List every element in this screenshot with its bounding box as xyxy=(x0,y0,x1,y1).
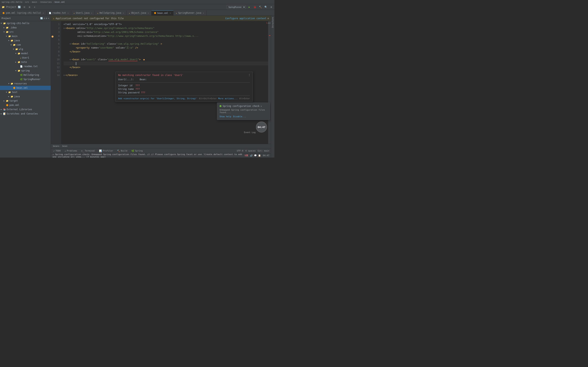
tree-idea[interactable]: ▶ 📁 .idea xyxy=(0,25,51,30)
hellospring-tab-close[interactable]: ✕ xyxy=(123,12,124,14)
java-folder-icon: 📁 xyxy=(11,39,13,42)
tab-beanxml[interactable]: 🔶 bean.xml ✕ xyxy=(152,10,173,16)
sidebar-close-icon[interactable]: ✕ xyxy=(48,17,49,20)
springrunner-tab-close[interactable]: ✕ xyxy=(203,12,204,14)
tooltip-more-shortcut: Alt+Enter xyxy=(239,98,250,100)
warning-text: Application context not configured for t… xyxy=(56,17,224,20)
tooltip-menu-icon[interactable]: ⋮ xyxy=(248,73,251,76)
object-tab-close[interactable]: ✕ xyxy=(148,12,149,14)
configure-link[interactable]: Configure application context xyxy=(225,17,266,20)
tree-test[interactable]: ▼ 📁 test xyxy=(0,90,51,94)
note-icon: 📁 xyxy=(18,61,20,63)
pom-tab-close[interactable]: ✕ xyxy=(43,12,44,14)
tab-bar: 🔶 pom.xml (spring-ch1-hello) ✕ 📄 readme.… xyxy=(0,10,274,16)
sidebar-refresh-icon[interactable]: 🔄 xyxy=(40,17,43,20)
testjava-label: java xyxy=(14,95,20,98)
tree-extlibs[interactable]: ▶ 📚 External Libraries xyxy=(0,107,51,112)
tree-resources[interactable]: ▼ 📁 resources xyxy=(0,81,51,86)
build-tool[interactable]: 🔨 Build xyxy=(116,149,128,153)
encoding-label[interactable]: UTF-8 xyxy=(237,150,243,152)
readmetxt-icon: 📄 xyxy=(20,65,23,68)
git-label[interactable]: Git: main xyxy=(258,150,269,152)
error-stripe xyxy=(269,35,270,36)
readme-tab-close[interactable]: ✕ xyxy=(67,12,69,14)
spring-notif-actions: Show help Disable... xyxy=(219,115,267,118)
spring-expand-icon[interactable]: ∨ xyxy=(261,105,262,107)
tree-hellospring[interactable]: ▶ 🌿 HelloSpring xyxy=(0,73,51,77)
tooltip-action-area: Add <constructor-arg>(s) for 'User1(Inte… xyxy=(118,97,250,100)
testjava-arrow: ▶ xyxy=(8,96,11,98)
tab-pom[interactable]: 🔶 pom.xml (spring-ch1-hello) ✕ xyxy=(0,10,46,16)
extlibs-label: External Libraries xyxy=(7,108,32,111)
tree-scratches[interactable]: ▶ 📝 Scratches and Consoles xyxy=(0,112,51,116)
tree-user1[interactable]: ▶ ☕ User1 xyxy=(0,56,51,60)
com-arrow: ▼ xyxy=(11,44,13,46)
tree-springrunner[interactable]: ▶ 🌿 SpringRunner xyxy=(0,77,51,81)
tab-object[interactable]: ☕ Object.java ✕ xyxy=(126,10,151,16)
collapse-icon[interactable]: ⊟ xyxy=(23,5,26,9)
status-bar-right: S英 🔊 💬 📋 04:47 xyxy=(245,154,269,157)
code-line-11[interactable] xyxy=(63,61,268,65)
fold-arrow-14[interactable]: ▼ xyxy=(63,74,65,76)
hellospring-tab-label: HelloSpring.java xyxy=(100,12,121,14)
fold-arrow-10[interactable]: ▼ xyxy=(69,58,71,61)
event-log-button[interactable]: Event Log xyxy=(244,131,256,134)
beanxml-tab-close[interactable]: ✕ xyxy=(170,12,171,14)
build-button[interactable]: 🔨 xyxy=(258,5,262,9)
tree-model[interactable]: ▼ 📁 model xyxy=(0,51,51,56)
breadcrumb-beans[interactable]: beans xyxy=(53,145,59,147)
spring-tool[interactable]: 🌿 Spring xyxy=(130,149,144,153)
fold-arrow-6[interactable]: ▼ xyxy=(69,43,71,45)
tree-pomxml[interactable]: ▶ 🔶 pom.xml xyxy=(0,103,51,107)
sidebar-settings-icon[interactable]: ⚙ xyxy=(46,17,47,20)
tab-readme[interactable]: 📄 readme.txt ✕ xyxy=(46,10,71,16)
tree-spring[interactable]: ▼ 📁 spring xyxy=(0,68,51,73)
nav-down-icon[interactable]: ∨ xyxy=(269,22,270,24)
tooltip-action-link[interactable]: Add <constructor-arg>(s) for 'User1(Inte… xyxy=(118,97,197,100)
structure-label[interactable]: Structure xyxy=(272,17,274,28)
debug-button[interactable]: 🐞 xyxy=(253,5,257,9)
show-help-link[interactable]: Show help xyxy=(219,115,231,118)
tree-wlg[interactable]: ▼ 📁 wlg xyxy=(0,47,51,51)
indent-label[interactable]: 4 spaces xyxy=(245,150,256,152)
user1-tab-close[interactable]: ✕ xyxy=(91,12,92,14)
problems-tool[interactable]: ⚠ Problems xyxy=(64,149,78,153)
tab-hellospring[interactable]: ☕ HelloSpring.java ✕ xyxy=(95,10,127,16)
tree-readmetxt[interactable]: ▶ 📄 readme.txt xyxy=(0,64,51,68)
tree-java[interactable]: ▼ 📁 java xyxy=(0,38,51,43)
terminal-tool[interactable]: >_ Terminal xyxy=(80,149,96,153)
profiler-tool[interactable]: 📊 Profiler xyxy=(98,149,114,153)
tab-user1[interactable]: ☕ User1.java ✕ xyxy=(71,10,95,16)
test-label: test xyxy=(12,91,17,93)
breadcrumb-bean[interactable]: bean xyxy=(62,145,68,147)
tree-testjava[interactable]: ▶ 📁 java xyxy=(0,94,51,99)
code-editor: 1 2 3 4 5 6 7 8 9 10 11 12 13 14 <?xml v… xyxy=(51,21,271,144)
tree-com[interactable]: ▼ 📁 com xyxy=(0,43,51,47)
code-line-12: </bean> xyxy=(63,65,268,69)
tree-beanxml[interactable]: ▶ 🔶 bean.xml xyxy=(0,86,51,90)
todo-tool[interactable]: ✓ TODO xyxy=(52,149,61,153)
sidebar-collapse-icon[interactable]: ⊟ xyxy=(44,17,45,20)
disable-link[interactable]: Disable... xyxy=(233,115,246,118)
settings-gear-icon[interactable]: ⚙ xyxy=(269,5,273,9)
run-button[interactable]: ▶ xyxy=(247,5,251,9)
tree-src[interactable]: ▼ 📁 src xyxy=(0,30,51,34)
tree-note[interactable]: ▶ 📁 note xyxy=(0,60,51,64)
close-panel-icon[interactable]: ✕ xyxy=(33,5,37,9)
tree-main[interactable]: ▼ 📁 main xyxy=(0,34,51,38)
nav-up-icon[interactable]: ∧ xyxy=(268,22,269,24)
spring-notif-title: Spring configuration check xyxy=(223,105,259,108)
tree-root[interactable]: ▼ 📁 spring-ch1-hello xyxy=(0,21,51,25)
tree-target[interactable]: ▶ 📁 target xyxy=(0,99,51,103)
code-line-3: xmlns:xsi="http://www.w3.org/2001/XMLSch… xyxy=(63,30,268,34)
sync-icon[interactable]: 🔄 xyxy=(17,5,21,9)
fold-arrow-2[interactable]: ▼ xyxy=(63,27,65,29)
project-tree-icon[interactable]: 📁 xyxy=(1,5,5,9)
settings-icon[interactable]: ⚙ xyxy=(28,5,32,9)
run-config-select[interactable]: SpringRunner xyxy=(227,5,246,9)
springrunner-label: SpringRunner xyxy=(24,78,41,81)
tab-springrunner[interactable]: ☕ SpringRunner.java ✕ xyxy=(173,10,207,16)
search-everywhere-icon[interactable]: 🔍 xyxy=(264,5,268,9)
warning-gear-icon[interactable]: ⚙ xyxy=(268,17,269,20)
tooltip-more-actions[interactable]: More actions... xyxy=(218,97,238,100)
